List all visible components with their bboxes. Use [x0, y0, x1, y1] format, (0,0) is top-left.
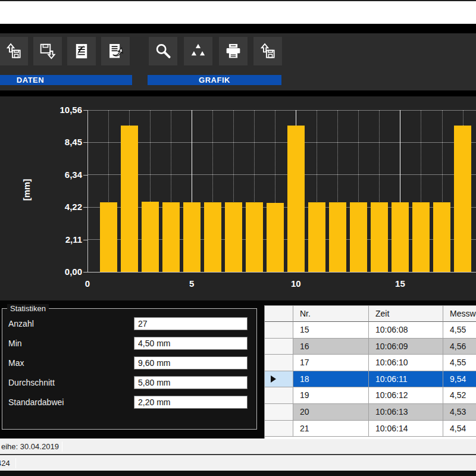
document-report-button[interactable]	[101, 37, 130, 65]
print-button[interactable]	[219, 37, 248, 65]
row-selector-header[interactable]	[265, 306, 293, 322]
bar	[371, 202, 388, 272]
column-header-messwert[interactable]: Messwert	[443, 306, 476, 322]
table-row[interactable]: 1510:06:084,55	[265, 322, 476, 339]
messwert-cell: 4,55	[443, 322, 476, 339]
column-header-nr[interactable]: Nr.	[293, 306, 369, 322]
table-row[interactable]: 1910:06:124,52	[265, 387, 476, 404]
status-separator	[62, 441, 62, 452]
arrow-up-floppy-icon	[4, 41, 24, 61]
save-data-button[interactable]	[33, 37, 62, 65]
document-export-icon	[71, 41, 92, 61]
bar	[225, 202, 242, 272]
bar	[267, 203, 284, 272]
zeit-cell: 10:06:12	[369, 387, 443, 404]
x-tick-label: 15	[388, 278, 412, 289]
gridline-y	[87, 142, 476, 143]
toolbar: DATENGRAFIK	[0, 33, 476, 90]
gridline-y	[87, 110, 476, 111]
row-selector[interactable]	[265, 387, 293, 404]
nr-cell: 19	[293, 387, 369, 404]
row-selector[interactable]	[265, 421, 293, 437]
x-axis-line	[87, 272, 476, 273]
recycle-icon	[188, 41, 208, 61]
max-field[interactable]	[134, 356, 248, 369]
zeit-cell: 10:06:11	[369, 371, 443, 388]
bar	[454, 126, 471, 272]
messwert-cell: 4,55	[443, 355, 476, 371]
chart-plot-area[interactable]: 0,002,114,226,348,4510,56051015	[0, 96, 476, 300]
table-header-row: Nr.ZeitMesswert	[265, 306, 476, 322]
titlebar-area	[0, 1, 476, 24]
table-row[interactable]: 1610:06:094,56	[265, 339, 476, 355]
export-graphic-button[interactable]	[253, 37, 282, 65]
measurement-bar-chart: 0,002,114,226,348,4510,56051015 [mm]	[0, 96, 476, 300]
table-row[interactable]: 1810:06:119,54	[265, 371, 476, 388]
y-tick-label: 10,56	[35, 105, 82, 115]
stat-label-max: Max	[8, 356, 24, 369]
zeit-cell: 10:06:09	[369, 339, 443, 355]
durchschnitt-field[interactable]	[134, 376, 248, 389]
bar	[412, 202, 430, 272]
table-row[interactable]: 1710:06:104,55	[265, 355, 476, 371]
table-row[interactable]: 2110:06:144,54	[265, 421, 476, 437]
stat-label-min: Min	[8, 337, 22, 350]
zeit-cell: 10:06:08	[369, 322, 443, 339]
zoom-button[interactable]	[149, 37, 177, 65]
min-field[interactable]	[134, 337, 248, 350]
zeit-cell: 10:06:13	[369, 404, 443, 421]
row-selector[interactable]	[265, 371, 293, 388]
row-selector[interactable]	[265, 355, 293, 371]
bar	[142, 202, 159, 272]
y-tick	[83, 142, 87, 143]
statistics-groupbox: Statistiken AnzahlMinMaxDurchschnittStan…	[2, 308, 257, 430]
y-axis-title: [mm]	[21, 174, 33, 205]
window-bottom-edge	[0, 471, 476, 476]
y-tick-label: 8,45	[35, 137, 82, 147]
y-axis-line	[87, 110, 88, 273]
export-document-button[interactable]	[67, 37, 96, 65]
stat-row-anzahl: Anzahl	[2, 317, 256, 330]
import-data-button[interactable]	[0, 37, 28, 65]
refresh-button[interactable]	[184, 37, 212, 65]
bar	[350, 202, 367, 272]
messwert-cell: 4,54	[443, 421, 476, 437]
nr-cell: 15	[293, 322, 369, 339]
status-separator	[15, 458, 16, 468]
bottom-panel: Statistiken AnzahlMinMaxDurchschnittStan…	[0, 300, 476, 439]
bar	[204, 202, 221, 272]
bar	[287, 126, 305, 272]
y-tick-label: 4,22	[35, 202, 82, 212]
status-bar-1: eihe: 30.04.2019	[0, 439, 476, 454]
row-selector[interactable]	[265, 322, 293, 339]
separator-strip	[0, 90, 476, 96]
stat-label-standardabwei: Standardabwei	[8, 396, 64, 409]
messwert-cell: 4,53	[443, 404, 476, 421]
y-tick	[83, 207, 87, 208]
nr-cell: 16	[293, 339, 369, 355]
y-tick-label: 0,00	[35, 267, 82, 277]
table-row[interactable]: 2010:06:134,53	[265, 404, 476, 421]
toolbar-group-label-grafik: GRAFIK	[148, 75, 281, 85]
nr-cell: 17	[293, 355, 369, 371]
toolbar-group-label-daten: DATEN	[0, 75, 132, 85]
anzahl-field[interactable]	[134, 317, 248, 330]
bar	[100, 202, 117, 272]
status-bar-2: 424	[0, 455, 476, 471]
standardabwei-field[interactable]	[134, 396, 248, 409]
y-tick	[83, 175, 87, 176]
stat-label-durchschnitt: Durchschnitt	[8, 376, 55, 389]
column-header-zeit[interactable]: Zeit	[369, 306, 443, 322]
separator-strip	[0, 24, 476, 33]
stat-label-anzahl: Anzahl	[8, 317, 34, 330]
y-tick	[83, 240, 87, 240]
y-tick	[83, 272, 87, 273]
measurements-table[interactable]: Nr.ZeitMesswert1510:06:084,551610:06:094…	[264, 305, 476, 439]
y-tick-label: 2,11	[35, 234, 82, 245]
row-selector[interactable]	[265, 339, 293, 355]
app-window: DATENGRAFIK 0,002,114,226,348,4510,56051…	[0, 0, 476, 476]
nr-cell: 21	[293, 421, 369, 437]
bar	[183, 202, 201, 272]
magnifier-icon	[153, 41, 173, 61]
row-selector[interactable]	[265, 404, 293, 421]
